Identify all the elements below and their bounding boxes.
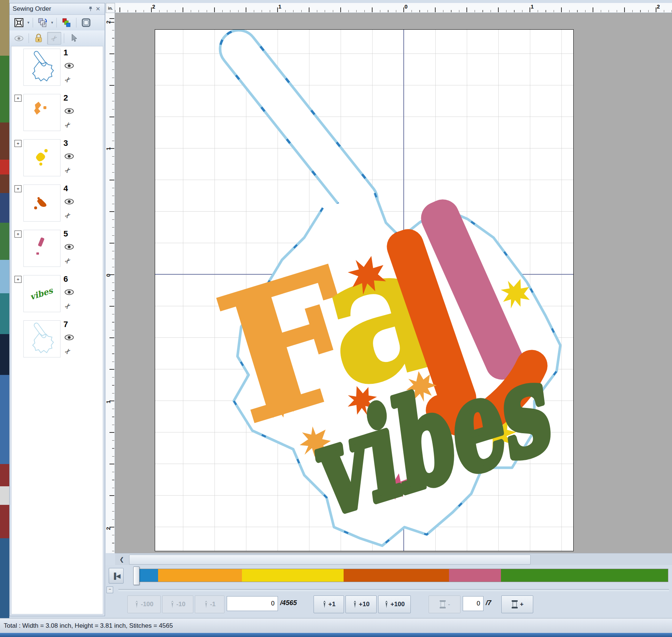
list-item[interactable]: 7 ✂	[12, 318, 103, 363]
colorbar-segment-rust[interactable]	[344, 569, 449, 582]
eye-icon[interactable]	[64, 334, 74, 342]
eye-icon[interactable]	[64, 108, 74, 115]
thumbnail-rust	[23, 184, 60, 222]
expand-icon[interactable]: +	[14, 140, 22, 147]
close-icon[interactable]: ✕	[94, 5, 102, 13]
color-progress-bar[interactable]	[138, 569, 668, 582]
list-item[interactable]: + 4 ✂	[12, 182, 103, 228]
visibility-eye-button[interactable]	[12, 32, 26, 45]
stitch-total-label: /4565	[280, 599, 297, 607]
hruler-label: 1	[278, 3, 281, 10]
stitch-playback-bar: ▐◀ − -100 -10 -1 /4565 +1 +10 +100 - /7 …	[105, 565, 672, 618]
scissors-icon[interactable]: ✂	[63, 120, 73, 130]
ruler-unit-box[interactable]: in.	[106, 3, 115, 13]
hoop-page: F a vibes	[155, 29, 574, 551]
expand-icon[interactable]: +	[14, 231, 22, 238]
embroidery-design: F a vibes	[155, 30, 573, 551]
collapse-toggle[interactable]: −	[106, 587, 113, 593]
item-number: 7	[63, 320, 68, 329]
list-item[interactable]: 1 ✂	[12, 46, 103, 92]
thumbnail-orange	[23, 94, 60, 131]
color-number-field[interactable]	[463, 596, 483, 611]
back-10-button[interactable]: -10	[162, 595, 193, 613]
list-item[interactable]: + vibes 6 ✂	[12, 273, 103, 318]
pin-icon[interactable]	[87, 5, 94, 13]
panel-titlebar: Sewing Order ✕	[10, 3, 105, 15]
fit-view-caret[interactable]: ▼	[27, 21, 30, 24]
desktop-edge	[0, 0, 9, 637]
expand-icon[interactable]: +	[14, 276, 22, 283]
trim-scissors-button[interactable]: ✂	[47, 32, 61, 45]
panel-toolbar-row1: ▼ ▼	[10, 15, 105, 30]
horizontal-ruler: 2 1 0 1 2	[115, 3, 672, 13]
taskbar-edge	[0, 633, 672, 637]
colorbar-segment-blue[interactable]	[138, 569, 158, 582]
colorbar-segment-green[interactable]	[501, 569, 668, 582]
select-cursor-button[interactable]	[67, 32, 81, 45]
colorbar-segment-orange[interactable]	[158, 569, 242, 582]
stitch-number-field[interactable]	[227, 596, 278, 611]
hoop-button[interactable]	[79, 16, 93, 29]
thumbnail-light-outline	[23, 320, 60, 357]
status-total-text: Total : Width = 3.08 inch, Height = 3.81…	[4, 622, 173, 630]
thumbnail-pink	[23, 230, 60, 267]
scissors-icon[interactable]: ✂	[63, 346, 73, 357]
stitch-position-slider[interactable]	[133, 566, 140, 585]
colorbar-segment-pink[interactable]	[449, 569, 501, 582]
item-number: 3	[63, 138, 68, 148]
previous-color-button[interactable]: -	[429, 595, 460, 613]
expand-icon[interactable]: +	[14, 185, 22, 192]
thumbnail-outline	[23, 49, 60, 86]
thumbnail-yellow	[23, 139, 60, 176]
fit-view-button[interactable]	[12, 16, 26, 29]
eye-icon[interactable]	[64, 289, 74, 296]
vruler-label: 0	[105, 274, 111, 277]
eye-icon[interactable]	[64, 199, 74, 206]
rewind-button[interactable]: ▐◀	[109, 568, 124, 584]
back-1-button[interactable]: -1	[195, 595, 224, 613]
scissors-icon[interactable]: ✂	[63, 75, 73, 85]
color-total-label: /7	[486, 599, 491, 607]
thread-colors-button[interactable]	[59, 16, 73, 29]
scissors-icon[interactable]: ✂	[63, 256, 73, 266]
vertical-ruler: 2 1 0 1 2	[106, 13, 115, 553]
item-number: 2	[63, 93, 68, 103]
item-number: 6	[63, 274, 68, 284]
thumbnail-green-script: vibes	[23, 275, 60, 312]
vruler-label: 1	[105, 400, 111, 403]
design-canvas-viewport[interactable]: F a vibes	[115, 13, 672, 553]
eye-icon[interactable]	[64, 63, 74, 70]
scissors-icon[interactable]: ✂	[63, 301, 73, 311]
list-item[interactable]: + 5 ✂	[12, 228, 103, 273]
panel-toolbar-row2: ✂	[10, 30, 105, 46]
panel-title: Sewing Order	[13, 5, 87, 13]
scrollbar-thumb[interactable]	[129, 555, 531, 565]
expand-icon[interactable]: +	[14, 95, 22, 102]
scissors-icon[interactable]: ✂	[63, 165, 73, 176]
vruler-label: 1	[105, 147, 111, 150]
forward-1-button[interactable]: +1	[314, 595, 344, 613]
divider	[118, 589, 669, 591]
hruler-label: 2	[152, 3, 155, 10]
horizontal-scrollbar[interactable]: ❮	[115, 553, 672, 565]
colorbar-segment-yellow[interactable]	[242, 569, 344, 582]
scroll-left-icon[interactable]: ❮	[117, 555, 126, 564]
list-item[interactable]: + 3 ✂	[12, 137, 103, 182]
list-item[interactable]: + 2 ✂	[12, 92, 103, 137]
forward-100-button[interactable]: +100	[378, 595, 411, 613]
hruler-label: 2	[657, 3, 660, 10]
forward-10-button[interactable]: +10	[345, 595, 377, 613]
eye-icon[interactable]	[64, 244, 74, 251]
hruler-label: 1	[531, 3, 534, 10]
item-number: 5	[63, 229, 68, 239]
sequence-caret[interactable]: ▼	[50, 21, 54, 24]
sequence-button[interactable]	[36, 16, 50, 29]
back-100-button[interactable]: -100	[127, 595, 161, 613]
thumbnail-vibes-text: vibes	[29, 285, 55, 302]
item-number: 1	[63, 48, 68, 58]
sewing-order-panel: Sewing Order ✕ ▼ ▼ ✂	[9, 3, 105, 616]
lock-button[interactable]	[32, 32, 46, 45]
eye-icon[interactable]	[64, 153, 74, 160]
next-color-button[interactable]: +	[501, 595, 533, 613]
scissors-icon[interactable]: ✂	[63, 210, 73, 221]
